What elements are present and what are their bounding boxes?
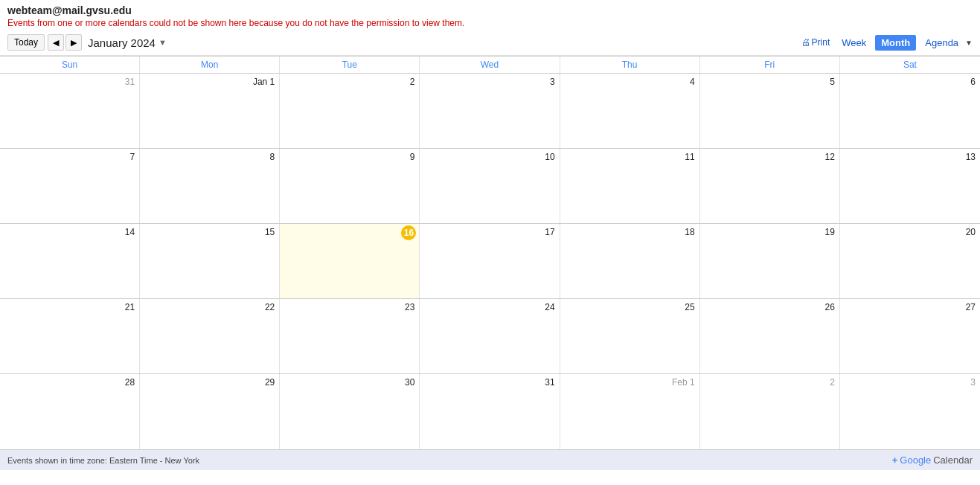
- calendar-cell[interactable]: 18: [560, 224, 700, 298]
- day-number: 29: [143, 376, 276, 389]
- calendar-cell[interactable]: 3: [840, 374, 980, 449]
- calendar-text: Calendar: [933, 455, 973, 466]
- calendar-cell[interactable]: 3: [420, 74, 560, 148]
- day-number: 25: [563, 301, 696, 314]
- calendar-cell[interactable]: 25: [560, 299, 700, 373]
- calendar-grid: 31Jan 1234567891011121314151617181920212…: [0, 74, 980, 449]
- month-dropdown-arrow[interactable]: ▼: [158, 38, 167, 47]
- agenda-label[interactable]: Agenda: [919, 35, 964, 51]
- day-header-thu: Thu: [560, 57, 700, 73]
- calendar-cell[interactable]: 6: [840, 74, 980, 148]
- day-number: Jan 1: [143, 75, 276, 89]
- day-number: 18: [563, 225, 696, 239]
- calendar-cell[interactable]: 14: [0, 224, 140, 298]
- calendar-cell[interactable]: 2: [700, 374, 840, 449]
- calendar-cell[interactable]: 8: [140, 149, 280, 223]
- day-number: 20: [843, 225, 977, 239]
- day-number: 31: [3, 75, 136, 89]
- calendar-cell[interactable]: 28: [0, 374, 140, 449]
- day-number: 21: [3, 301, 136, 314]
- today-number: 16: [401, 225, 416, 240]
- day-number: 22: [143, 301, 276, 314]
- calendar-cell[interactable]: 10: [420, 149, 560, 223]
- timezone-label: Events shown in time zone: Eastern Time …: [7, 456, 199, 465]
- view-controls: 🖨 Print Week Month Agenda ▼: [801, 35, 973, 51]
- agenda-dropdown-arrow[interactable]: ▼: [965, 39, 973, 47]
- google-plus-icon: +: [892, 455, 898, 466]
- day-number: 5: [703, 75, 836, 89]
- calendar-cell[interactable]: Feb 1: [560, 374, 700, 449]
- calendar-cell[interactable]: 9: [280, 149, 420, 223]
- day-number: 10: [423, 150, 556, 164]
- calendar-cell[interactable]: Jan 1: [140, 74, 280, 148]
- google-calendar-badge: + Google Calendar: [892, 455, 973, 466]
- calendar-cell[interactable]: 16: [280, 224, 420, 298]
- month-title-text: January 2024: [88, 36, 156, 49]
- day-number: 17: [423, 225, 556, 239]
- calendar-cell[interactable]: 17: [420, 224, 560, 298]
- day-number: 3: [843, 376, 977, 389]
- google-text: Google: [900, 455, 931, 466]
- day-number: 27: [843, 301, 977, 314]
- calendar-cell[interactable]: 26: [700, 299, 840, 373]
- calendar-cell[interactable]: 22: [140, 299, 280, 373]
- day-header-sun: Sun: [0, 57, 140, 73]
- day-number: 11: [563, 150, 696, 164]
- day-header-sat: Sat: [840, 57, 980, 73]
- calendar-week-0: 31Jan 123456: [0, 74, 980, 149]
- month-title: January 2024 ▼: [88, 36, 167, 49]
- calendar-cell[interactable]: 21: [0, 299, 140, 373]
- calendar-cell[interactable]: 31: [0, 74, 140, 148]
- day-number: 3: [423, 75, 556, 89]
- day-number: 2: [703, 376, 836, 389]
- today-button[interactable]: Today: [7, 34, 45, 51]
- next-button[interactable]: ▶: [65, 34, 82, 51]
- day-number: 28: [3, 376, 136, 389]
- day-number: 26: [703, 301, 836, 314]
- calendar-cell[interactable]: 30: [280, 374, 420, 449]
- calendar-cell[interactable]: 7: [0, 149, 140, 223]
- day-number: 7: [3, 150, 136, 164]
- month-view-button[interactable]: Month: [875, 35, 916, 51]
- calendar-cell[interactable]: 4: [560, 74, 700, 148]
- footer: Events shown in time zone: Eastern Time …: [0, 449, 980, 470]
- day-number: 8: [143, 150, 276, 164]
- day-number: 31: [423, 376, 556, 389]
- day-number: 13: [843, 150, 977, 164]
- day-number: 2: [283, 75, 416, 89]
- agenda-button[interactable]: Agenda ▼: [919, 35, 973, 51]
- day-number: 23: [283, 301, 416, 314]
- prev-button[interactable]: ◀: [48, 34, 64, 51]
- week-view-button[interactable]: Week: [836, 35, 872, 51]
- toolbar: Today ◀ ▶ January 2024 ▼ 🖨 Print Week Mo…: [0, 30, 980, 56]
- calendar-cell[interactable]: 27: [840, 299, 980, 373]
- calendar-week-4: 28293031Feb 123: [0, 374, 980, 449]
- day-number: 15: [143, 225, 276, 239]
- calendar-cell[interactable]: 2: [280, 74, 420, 148]
- day-header-tue: Tue: [280, 57, 420, 73]
- calendar-cell[interactable]: 11: [560, 149, 700, 223]
- day-headers: SunMonTueWedThuFriSat: [0, 57, 980, 74]
- calendar-cell[interactable]: 5: [700, 74, 840, 148]
- print-icon: 🖨: [801, 37, 810, 48]
- header: webteam@mail.gvsu.edu Events from one or…: [0, 0, 980, 30]
- calendar-cell[interactable]: 20: [840, 224, 980, 298]
- calendar-cell[interactable]: 15: [140, 224, 280, 298]
- day-number: 19: [703, 225, 836, 239]
- calendar-cell[interactable]: 23: [280, 299, 420, 373]
- day-number: 9: [283, 150, 416, 164]
- print-button[interactable]: 🖨 Print: [801, 37, 830, 48]
- day-header-mon: Mon: [140, 57, 280, 73]
- error-message: Events from one or more calendars could …: [7, 18, 973, 28]
- day-number: Feb 1: [563, 376, 696, 389]
- calendar-cell[interactable]: 13: [840, 149, 980, 223]
- calendar-week-3: 21222324252627: [0, 299, 980, 374]
- calendar-cell[interactable]: 24: [420, 299, 560, 373]
- day-number: 14: [3, 225, 136, 239]
- calendar-week-2: 14151617181920: [0, 224, 980, 299]
- user-email: webteam@mail.gvsu.edu: [7, 4, 973, 16]
- calendar-cell[interactable]: 19: [700, 224, 840, 298]
- calendar-cell[interactable]: 12: [700, 149, 840, 223]
- calendar-cell[interactable]: 29: [140, 374, 280, 449]
- calendar-cell[interactable]: 31: [420, 374, 560, 449]
